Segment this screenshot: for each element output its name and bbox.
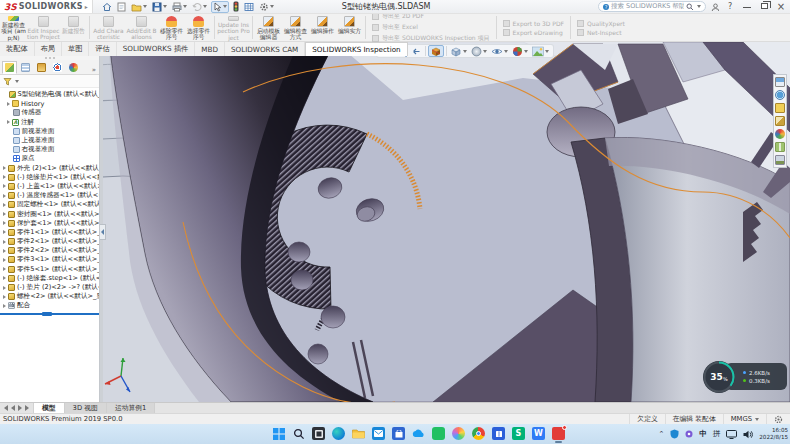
hide-show-items-icon[interactable]: [490, 45, 509, 57]
rollback-bar[interactable]: [0, 313, 99, 315]
tree-item[interactable]: (-) 温度传感器<1> (默认<<默认>_: [0, 191, 99, 200]
motion-study-tab[interactable]: 运动算例1: [107, 403, 156, 413]
ime-mode-indicator[interactable]: 拼: [713, 429, 721, 439]
task-view-icon[interactable]: [312, 427, 325, 440]
section-view-icon[interactable]: [428, 45, 444, 57]
tree-item[interactable]: 密封圈<1> (默认<<默认>_显示状: [0, 209, 99, 218]
tab-assembly[interactable]: 装配体: [0, 42, 35, 56]
tab-solidworks-inspection[interactable]: SOLIDWORKS Inspection: [305, 42, 407, 56]
tray-security-icon[interactable]: [670, 429, 679, 439]
wps-icon[interactable]: W: [532, 427, 545, 440]
tab-layout[interactable]: 布局: [35, 42, 62, 56]
expand-arrow-icon[interactable]: [3, 166, 6, 170]
doc-tab-nav-arrows[interactable]: [0, 403, 34, 413]
file-explorer-icon[interactable]: [352, 427, 365, 440]
search-input[interactable]: ? 搜索 SOLIDWORKS 帮助: [598, 1, 706, 12]
ribbon-edit-inspection-method-button[interactable]: 编辑检查方式: [282, 14, 309, 41]
ribbon-launch-template-editor-button[interactable]: 启动模板编辑器: [255, 14, 282, 41]
tree-item[interactable]: (-) 绝缘垫片<1> (默认<<默认>_显: [0, 173, 99, 182]
print-icon[interactable]: [171, 1, 188, 13]
expand-arrow-icon[interactable]: [3, 276, 6, 280]
chrome-icon[interactable]: [472, 427, 485, 440]
tree-item[interactable]: (-) 绝缘套.step<1> (默认<<默认>: [0, 274, 99, 283]
expand-arrow-icon[interactable]: [3, 184, 6, 188]
propertymanager-tab[interactable]: [18, 61, 33, 74]
export-edrawing-item[interactable]: Export eDrawing: [503, 29, 565, 36]
user-account-icon[interactable]: [711, 3, 719, 11]
tree-item[interactable]: A注解: [0, 118, 99, 127]
configurationmanager-tab[interactable]: [34, 61, 49, 74]
expand-arrow-icon[interactable]: [3, 295, 6, 299]
options-gear-icon[interactable]: [258, 1, 275, 13]
view-orientation-icon[interactable]: [449, 45, 468, 57]
net-inspect-item[interactable]: Net-Inspect: [577, 29, 625, 36]
3d-views-tab[interactable]: 3D 视图: [65, 403, 107, 413]
table-grid-icon[interactable]: [243, 1, 255, 13]
file-explorer-pane-icon[interactable]: [775, 116, 785, 126]
forum-pane-icon[interactable]: [775, 155, 785, 165]
expand-arrow-icon[interactable]: [3, 230, 6, 234]
tab-solidworks-addins[interactable]: SOLIDWORKS 插件: [117, 42, 196, 56]
graphics-viewport[interactable]: 2.6KB/s 0.3KB/s 35%: [103, 56, 790, 402]
expand-arrow-icon[interactable]: [3, 203, 6, 207]
windows-start-button[interactable]: [272, 427, 285, 440]
onedrive-icon[interactable]: [412, 427, 425, 440]
ribbon-edit-shifang-button[interactable]: 编辑实方: [336, 14, 363, 41]
home-tab-icon[interactable]: [775, 77, 785, 87]
expand-arrow-icon[interactable]: [7, 102, 10, 106]
undo-icon[interactable]: [191, 1, 208, 13]
edit-appearance-icon[interactable]: [511, 45, 529, 57]
select-tool-icon[interactable]: [211, 1, 229, 13]
tab-sketch[interactable]: 草图: [62, 42, 89, 56]
solidworks-resources-icon[interactable]: [775, 90, 785, 100]
panel-tabs-overflow-chevron[interactable]: »: [92, 66, 99, 74]
units-selector[interactable]: MMGS: [723, 414, 766, 424]
expand-arrow-icon[interactable]: [3, 221, 6, 225]
expand-arrow-icon[interactable]: [3, 267, 6, 271]
home-icon[interactable]: [101, 1, 113, 13]
ribbon-add-characteristic-button[interactable]: Add Characteristic: [92, 14, 125, 41]
displaymanager-tab[interactable]: [66, 61, 81, 74]
expand-arrow-icon[interactable]: [3, 194, 6, 198]
tree-item[interactable]: 右视基准面: [0, 145, 99, 154]
ribbon-edit-inspection-project-button[interactable]: Edit Inspection Project: [27, 14, 60, 41]
status-options-icon[interactable]: [766, 414, 790, 424]
filter-funnel-icon[interactable]: [3, 77, 12, 86]
logo-expand-arrow[interactable]: ▸: [85, 3, 88, 10]
expand-arrow-icon[interactable]: [3, 286, 6, 290]
expand-arrow-icon[interactable]: [3, 212, 6, 216]
app-green-icon[interactable]: [432, 427, 445, 440]
filter-dropdown-arrow[interactable]: [15, 80, 19, 83]
cpu-usage-circle[interactable]: 35%: [701, 359, 737, 395]
previous-view-icon[interactable]: [410, 45, 423, 57]
tree-item[interactable]: 零件5<1> (默认<<默认>_显示状: [0, 265, 99, 274]
tab-evaluate[interactable]: 评估: [89, 42, 116, 56]
search-icon[interactable]: [686, 3, 694, 11]
custom-properties-icon[interactable]: [775, 142, 785, 152]
taskbar-search-icon[interactable]: [292, 427, 305, 440]
tree-item[interactable]: 零件3<1> (默认<<默认>_显示状: [0, 255, 99, 264]
traffic-light-icon[interactable]: [232, 1, 240, 13]
tab-solidworks-cam[interactable]: SOLIDWORKS CAM: [225, 42, 305, 56]
export-excel-item[interactable]: 导出至 Excel: [372, 23, 490, 32]
save-icon[interactable]: [151, 1, 168, 13]
ribbon-select-balloons-button[interactable]: 选择零件序号: [185, 14, 212, 41]
tree-item-mates[interactable]: 配合: [0, 301, 99, 310]
tree-item[interactable]: 上视基准面: [0, 136, 99, 145]
app-book-icon[interactable]: [492, 427, 505, 440]
ribbon-remove-balloons-button[interactable]: 移除零件序号: [158, 14, 185, 41]
dimxpertmanager-tab[interactable]: [50, 61, 65, 74]
store-app-icon[interactable]: [392, 427, 405, 440]
design-library-icon[interactable]: [775, 103, 785, 113]
volume-icon[interactable]: [743, 430, 753, 439]
tree-item[interactable]: 保护套<1> (默认<<默认>_显示状: [0, 219, 99, 228]
appearances-pane-icon[interactable]: [775, 129, 785, 139]
tree-item[interactable]: 原点: [0, 154, 99, 163]
tree-item[interactable]: 传感器: [0, 108, 99, 117]
expand-arrow-icon[interactable]: [3, 175, 6, 179]
ribbon-edit-operation-button[interactable]: 编辑操作: [309, 14, 336, 41]
featuremanager-tree-tab[interactable]: [2, 61, 17, 74]
clock-datetime[interactable]: 16:05 2022/8/15: [759, 427, 788, 441]
ribbon-update-inspection-project-button[interactable]: Update Inspection Project: [217, 14, 250, 41]
tree-item[interactable]: 零件2<1> (默认<<默认>_显示状: [0, 237, 99, 246]
